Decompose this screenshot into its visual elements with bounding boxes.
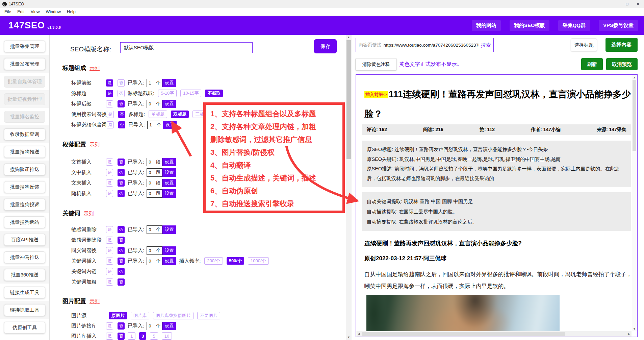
toggle-yes[interactable]: 是: [106, 278, 113, 286]
set-button[interactable]: 设置: [163, 121, 177, 129]
scroll-left-icon[interactable]: ◀: [358, 332, 360, 336]
toggle-yes[interactable]: 是: [106, 247, 113, 254]
toggle-no[interactable]: 否: [118, 79, 125, 87]
toggle-no[interactable]: 否: [118, 322, 125, 330]
scroll-down-icon[interactable]: ▼: [632, 326, 637, 331]
option-pill[interactable]: 原图片: [109, 312, 127, 319]
toggle-yes[interactable]: 是: [106, 226, 113, 233]
imported-count-input[interactable]: 1个: [147, 79, 162, 87]
save-button[interactable]: 保存: [314, 39, 337, 53]
clear-yellow-button[interactable]: 清除黄色注释: [355, 58, 397, 71]
sidebar-item[interactable]: 批量神马推送: [4, 251, 45, 263]
toggle-no[interactable]: 否: [118, 169, 125, 176]
search-link[interactable]: 搜索: [481, 42, 491, 48]
toggle-no[interactable]: 否: [118, 179, 125, 187]
sidebar-item[interactable]: 批量360推送: [4, 269, 45, 281]
toggle-yes[interactable]: 是: [106, 258, 113, 265]
imported-count-input[interactable]: 0段: [147, 189, 162, 198]
sidebar-item[interactable]: 搜狗验证推送: [4, 164, 45, 175]
option-pill[interactable]: 双标题: [171, 111, 189, 118]
toggle-no[interactable]: 否: [118, 190, 125, 197]
toggle-no[interactable]: 否: [118, 100, 125, 107]
sidebar-item[interactable]: 批量搜狗投诉: [4, 199, 45, 211]
imported-count-input[interactable]: 0段: [147, 158, 162, 166]
toggle-yes[interactable]: 是: [106, 333, 113, 340]
toggle-yes[interactable]: 是: [107, 111, 114, 118]
sidebar-item[interactable]: 批量搜狗反馈: [4, 181, 45, 193]
toggle-yes[interactable]: 是: [106, 190, 113, 197]
maximize-button[interactable]: □: [622, 0, 633, 8]
toggle-yes[interactable]: 是: [106, 79, 113, 87]
toggle-yes[interactable]: 是: [106, 90, 113, 97]
menu-item-view[interactable]: View: [28, 9, 43, 14]
sidebar-item[interactable]: 链接生成工具: [4, 287, 45, 298]
refresh-button[interactable]: 刷新: [581, 58, 603, 70]
toggle-no[interactable]: 否: [118, 333, 125, 340]
template-name-input[interactable]: 默认SEO模版: [120, 42, 253, 53]
toggle-no[interactable]: 否: [118, 268, 125, 275]
preview-hscroll-thumb[interactable]: [362, 332, 565, 336]
option-pill[interactable]: 10-15字: [180, 90, 201, 97]
sidebar-item[interactable]: 链接抓取工具: [4, 304, 45, 316]
nav-item[interactable]: 采集QQ群: [558, 20, 590, 31]
set-button[interactable]: 设置: [162, 79, 176, 87]
toggle-yes[interactable]: 是: [106, 159, 113, 166]
option-pill[interactable]: 5-10字: [158, 90, 177, 97]
option-pill[interactable]: 10: [162, 332, 172, 340]
toggle-no[interactable]: 否: [118, 226, 125, 233]
section-example-link[interactable]: 示列: [84, 211, 94, 217]
toggle-yes[interactable]: 是: [107, 121, 114, 128]
imported-count-input[interactable]: 0个: [147, 257, 162, 265]
set-button[interactable]: 设置: [162, 322, 176, 330]
option-pill[interactable]: 3: [139, 332, 146, 340]
menu-item-help[interactable]: Help: [64, 9, 79, 14]
imported-count-input[interactable]: 0个: [147, 322, 162, 330]
nav-item[interactable]: 我的网站: [472, 20, 501, 31]
option-pill[interactable]: 200/个: [204, 257, 223, 265]
sidebar-item[interactable]: 百度API推送: [4, 234, 45, 246]
set-button[interactable]: 设置: [162, 189, 176, 198]
sidebar-item[interactable]: 批量搜狗绑站: [4, 216, 45, 228]
imported-count-input[interactable]: 0段: [147, 168, 162, 177]
option-pill[interactable]: 不要图片: [197, 312, 220, 319]
toggle-yes[interactable]: 是: [106, 100, 113, 107]
toggle-no[interactable]: 否: [118, 111, 125, 118]
scroll-up-icon[interactable]: ▲: [632, 75, 637, 80]
toggle-yes[interactable]: 是: [106, 268, 113, 275]
option-pill[interactable]: 单标题: [149, 111, 167, 118]
set-button[interactable]: 设置: [162, 246, 176, 255]
nav-item[interactable]: 我的SEO模版: [510, 20, 549, 31]
preview-vscroll-thumb[interactable]: [633, 80, 636, 151]
set-button[interactable]: 设置: [162, 225, 176, 234]
toggle-no[interactable]: 否: [118, 121, 125, 128]
sidebar-item[interactable]: 批量采集管理: [4, 41, 45, 52]
toggle-yes[interactable]: 是: [106, 169, 113, 176]
menu-item-window[interactable]: Window: [43, 9, 64, 14]
sidebar-item[interactable]: 收录数据查询: [4, 128, 45, 140]
option-pill[interactable]: 5: [150, 332, 158, 340]
option-pill[interactable]: 1000/个: [248, 257, 269, 265]
toggle-no[interactable]: 否: [118, 159, 125, 166]
nav-item[interactable]: VPS拨号设置: [599, 20, 638, 31]
set-button[interactable]: 设置: [162, 257, 176, 265]
set-button[interactable]: 设置: [162, 168, 176, 177]
sidebar-item[interactable]: 批量搜狗推送: [4, 146, 45, 158]
scroll-right-icon[interactable]: ▶: [628, 332, 630, 336]
toggle-yes[interactable]: 是: [106, 179, 113, 187]
imported-count-input[interactable]: 0段: [147, 179, 162, 187]
option-pill[interactable]: 图片库替换原图片: [153, 312, 194, 319]
pick-content-button[interactable]: 选择内容: [606, 38, 638, 52]
preview-vertical-scrollbar[interactable]: ▲ ▼: [632, 75, 637, 331]
section-example-link[interactable]: 示列: [89, 65, 100, 72]
section-example-link[interactable]: 示列: [89, 142, 100, 148]
toggle-no[interactable]: 否: [118, 278, 125, 286]
sidebar-item[interactable]: 批量发布管理: [4, 58, 45, 70]
menu-item-edit[interactable]: Edit: [14, 9, 28, 14]
toggle-yes[interactable]: 是: [106, 322, 113, 330]
toggle-no[interactable]: 否: [118, 90, 125, 97]
pick-title-button[interactable]: 选择标题: [571, 39, 597, 51]
toggle-yes[interactable]: 是: [106, 237, 113, 244]
content-url-input[interactable]: 内容页链接 https://www.toutiao.com/a707420682…: [356, 38, 494, 52]
option-pill[interactable]: 不截取: [205, 90, 223, 97]
set-button[interactable]: 设置: [162, 100, 176, 108]
